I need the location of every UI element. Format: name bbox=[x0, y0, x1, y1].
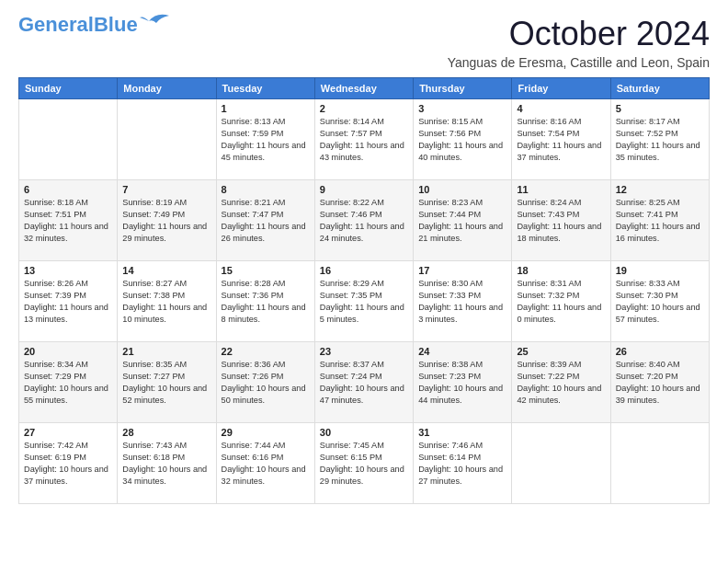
day-info: Sunrise: 8:24 AM Sunset: 7:43 PM Dayligh… bbox=[517, 197, 605, 245]
table-row: 27Sunrise: 7:42 AM Sunset: 6:19 PM Dayli… bbox=[19, 423, 118, 504]
day-info: Sunrise: 7:44 AM Sunset: 6:16 PM Dayligh… bbox=[222, 440, 310, 488]
day-info: Sunrise: 8:16 AM Sunset: 7:54 PM Dayligh… bbox=[517, 116, 605, 164]
table-row: 13Sunrise: 8:26 AM Sunset: 7:39 PM Dayli… bbox=[19, 261, 118, 342]
day-info: Sunrise: 8:21 AM Sunset: 7:47 PM Dayligh… bbox=[222, 197, 310, 245]
day-number: 28 bbox=[122, 427, 210, 438]
table-row: 30Sunrise: 7:45 AM Sunset: 6:15 PM Dayli… bbox=[314, 423, 413, 504]
day-info: Sunrise: 8:22 AM Sunset: 7:46 PM Dayligh… bbox=[320, 197, 408, 245]
col-wednesday: Wednesday bbox=[314, 78, 413, 99]
table-row: 2Sunrise: 8:14 AM Sunset: 7:57 PM Daylig… bbox=[314, 99, 413, 180]
day-number: 15 bbox=[222, 265, 310, 276]
day-number: 5 bbox=[616, 103, 704, 114]
table-row: 26Sunrise: 8:40 AM Sunset: 7:20 PM Dayli… bbox=[610, 342, 709, 423]
table-row: 17Sunrise: 8:30 AM Sunset: 7:33 PM Dayli… bbox=[414, 261, 512, 342]
day-number: 8 bbox=[222, 184, 310, 195]
day-info: Sunrise: 8:38 AM Sunset: 7:23 PM Dayligh… bbox=[418, 359, 506, 407]
table-row: 21Sunrise: 8:35 AM Sunset: 7:27 PM Dayli… bbox=[118, 342, 216, 423]
calendar-week-row: 27Sunrise: 7:42 AM Sunset: 6:19 PM Dayli… bbox=[19, 423, 710, 504]
table-row: 23Sunrise: 8:37 AM Sunset: 7:24 PM Dayli… bbox=[314, 342, 413, 423]
day-number: 29 bbox=[222, 427, 310, 438]
calendar-week-row: 1Sunrise: 8:13 AM Sunset: 7:59 PM Daylig… bbox=[19, 99, 710, 180]
day-number: 22 bbox=[222, 346, 310, 357]
table-row: 14Sunrise: 8:27 AM Sunset: 7:38 PM Dayli… bbox=[118, 261, 216, 342]
day-number: 24 bbox=[418, 346, 506, 357]
day-number: 16 bbox=[320, 265, 408, 276]
table-row: 5Sunrise: 8:17 AM Sunset: 7:52 PM Daylig… bbox=[610, 99, 709, 180]
logo-text: GeneralBlue bbox=[18, 15, 138, 35]
day-info: Sunrise: 8:29 AM Sunset: 7:35 PM Dayligh… bbox=[320, 278, 408, 326]
day-number: 19 bbox=[616, 265, 704, 276]
day-info: Sunrise: 8:34 AM Sunset: 7:29 PM Dayligh… bbox=[24, 359, 112, 407]
calendar-week-row: 20Sunrise: 8:34 AM Sunset: 7:29 PM Dayli… bbox=[19, 342, 710, 423]
day-info: Sunrise: 8:36 AM Sunset: 7:26 PM Dayligh… bbox=[222, 359, 310, 407]
day-number: 11 bbox=[517, 184, 605, 195]
day-number: 30 bbox=[320, 427, 408, 438]
table-row: 6Sunrise: 8:18 AM Sunset: 7:51 PM Daylig… bbox=[19, 180, 118, 261]
header: GeneralBlue October 2024 Yanguas de Eres… bbox=[18, 15, 710, 70]
day-number: 25 bbox=[517, 346, 605, 357]
day-info: Sunrise: 8:33 AM Sunset: 7:30 PM Dayligh… bbox=[616, 278, 704, 326]
day-info: Sunrise: 8:35 AM Sunset: 7:27 PM Dayligh… bbox=[122, 359, 210, 407]
day-info: Sunrise: 8:30 AM Sunset: 7:33 PM Dayligh… bbox=[418, 278, 506, 326]
table-row: 15Sunrise: 8:28 AM Sunset: 7:36 PM Dayli… bbox=[216, 261, 314, 342]
day-info: Sunrise: 8:26 AM Sunset: 7:39 PM Dayligh… bbox=[24, 278, 112, 326]
day-info: Sunrise: 8:13 AM Sunset: 7:59 PM Dayligh… bbox=[222, 116, 310, 164]
table-row: 1Sunrise: 8:13 AM Sunset: 7:59 PM Daylig… bbox=[216, 99, 314, 180]
day-info: Sunrise: 8:39 AM Sunset: 7:22 PM Dayligh… bbox=[517, 359, 605, 407]
day-number: 6 bbox=[24, 184, 112, 195]
table-row: 11Sunrise: 8:24 AM Sunset: 7:43 PM Dayli… bbox=[512, 180, 610, 261]
col-saturday: Saturday bbox=[610, 78, 709, 99]
table-row: 7Sunrise: 8:19 AM Sunset: 7:49 PM Daylig… bbox=[118, 180, 216, 261]
day-info: Sunrise: 7:45 AM Sunset: 6:15 PM Dayligh… bbox=[320, 440, 408, 488]
day-number: 23 bbox=[320, 346, 408, 357]
table-row: 28Sunrise: 7:43 AM Sunset: 6:18 PM Dayli… bbox=[118, 423, 216, 504]
day-info: Sunrise: 8:14 AM Sunset: 7:57 PM Dayligh… bbox=[320, 116, 408, 164]
location-title: Yanguas de Eresma, Castille and Leon, Sp… bbox=[448, 55, 710, 70]
table-row: 25Sunrise: 8:39 AM Sunset: 7:22 PM Dayli… bbox=[512, 342, 610, 423]
table-row bbox=[610, 423, 709, 504]
col-sunday: Sunday bbox=[19, 78, 118, 99]
table-row: 4Sunrise: 8:16 AM Sunset: 7:54 PM Daylig… bbox=[512, 99, 610, 180]
logo-bird-icon bbox=[140, 12, 169, 30]
day-info: Sunrise: 8:37 AM Sunset: 7:24 PM Dayligh… bbox=[320, 359, 408, 407]
day-number: 21 bbox=[122, 346, 210, 357]
table-row: 19Sunrise: 8:33 AM Sunset: 7:30 PM Dayli… bbox=[610, 261, 709, 342]
calendar-week-row: 6Sunrise: 8:18 AM Sunset: 7:51 PM Daylig… bbox=[19, 180, 710, 261]
calendar-week-row: 13Sunrise: 8:26 AM Sunset: 7:39 PM Dayli… bbox=[19, 261, 710, 342]
day-info: Sunrise: 8:25 AM Sunset: 7:41 PM Dayligh… bbox=[616, 197, 704, 245]
day-number: 4 bbox=[517, 103, 605, 114]
table-row: 8Sunrise: 8:21 AM Sunset: 7:47 PM Daylig… bbox=[216, 180, 314, 261]
day-number: 14 bbox=[122, 265, 210, 276]
day-number: 2 bbox=[320, 103, 408, 114]
day-info: Sunrise: 7:43 AM Sunset: 6:18 PM Dayligh… bbox=[122, 440, 210, 488]
day-number: 17 bbox=[418, 265, 506, 276]
day-info: Sunrise: 8:27 AM Sunset: 7:38 PM Dayligh… bbox=[122, 278, 210, 326]
day-number: 1 bbox=[222, 103, 310, 114]
table-row: 10Sunrise: 8:23 AM Sunset: 7:44 PM Dayli… bbox=[414, 180, 512, 261]
table-row: 3Sunrise: 8:15 AM Sunset: 7:56 PM Daylig… bbox=[414, 99, 512, 180]
table-row: 9Sunrise: 8:22 AM Sunset: 7:46 PM Daylig… bbox=[314, 180, 413, 261]
day-number: 3 bbox=[418, 103, 506, 114]
table-row bbox=[118, 99, 216, 180]
month-title: October 2024 bbox=[448, 15, 710, 53]
table-row: 18Sunrise: 8:31 AM Sunset: 7:32 PM Dayli… bbox=[512, 261, 610, 342]
day-info: Sunrise: 8:40 AM Sunset: 7:20 PM Dayligh… bbox=[616, 359, 704, 407]
table-row: 24Sunrise: 8:38 AM Sunset: 7:23 PM Dayli… bbox=[414, 342, 512, 423]
day-info: Sunrise: 8:15 AM Sunset: 7:56 PM Dayligh… bbox=[418, 116, 506, 164]
table-row bbox=[512, 423, 610, 504]
day-number: 9 bbox=[320, 184, 408, 195]
table-row: 20Sunrise: 8:34 AM Sunset: 7:29 PM Dayli… bbox=[19, 342, 118, 423]
day-number: 27 bbox=[24, 427, 112, 438]
day-info: Sunrise: 8:18 AM Sunset: 7:51 PM Dayligh… bbox=[24, 197, 112, 245]
table-row: 12Sunrise: 8:25 AM Sunset: 7:41 PM Dayli… bbox=[610, 180, 709, 261]
table-row: 22Sunrise: 8:36 AM Sunset: 7:26 PM Dayli… bbox=[216, 342, 314, 423]
logo: GeneralBlue bbox=[18, 15, 169, 35]
day-number: 20 bbox=[24, 346, 112, 357]
table-row: 31Sunrise: 7:46 AM Sunset: 6:14 PM Dayli… bbox=[414, 423, 512, 504]
day-number: 26 bbox=[616, 346, 704, 357]
day-number: 18 bbox=[517, 265, 605, 276]
day-info: Sunrise: 8:19 AM Sunset: 7:49 PM Dayligh… bbox=[122, 197, 210, 245]
day-number: 31 bbox=[418, 427, 506, 438]
calendar-table: Sunday Monday Tuesday Wednesday Thursday… bbox=[18, 77, 710, 504]
col-tuesday: Tuesday bbox=[216, 78, 314, 99]
